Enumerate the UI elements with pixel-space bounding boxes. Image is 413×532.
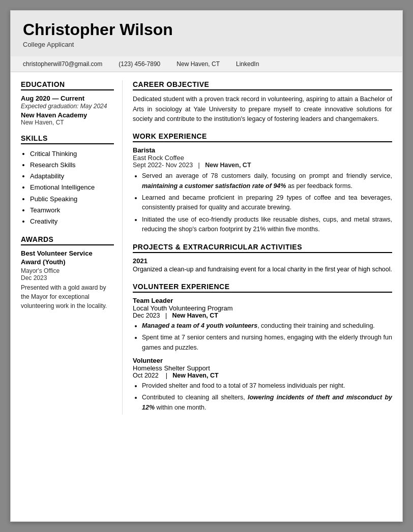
vol-date-2: Oct 2022 [133,372,159,379]
left-column: EDUCATION Aug 2020 — Current Expected gr… [11,80,123,415]
projects-year: 2021 [133,257,392,265]
vol-location-1: New Haven, CT [172,312,218,319]
volunteer-role-1: Team Leader [133,297,392,304]
contact-location: New Haven, CT [176,60,220,68]
award-title: Best Volunteer Service Award (Youth) [21,249,114,267]
education-date: Aug 2020 — Current [21,95,114,102]
awards-section-title: AWARDS [21,235,114,245]
full-name: Christopher Wilson [23,21,390,39]
bullet-text: Served an average of 78 customers daily,… [142,172,392,179]
award-description: Presented with a gold award by the Mayor… [21,283,114,310]
bullet-text: Spent time at 7 senior centers and nursi… [142,334,392,351]
job-location: New Haven, CT [205,162,251,169]
education-location: New Haven, CT [21,119,114,126]
list-item: Initiated the use of eco-friendly produc… [142,215,392,235]
career-objective-title: CAREER OBJECTIVE [133,80,392,90]
vol-location-2: New Haven, CT [172,372,218,379]
list-item: Provided shelter and food to a total of … [142,381,392,391]
volunteer-section-title: VOLUNTEER EXPERIENCE [133,283,392,293]
list-item: Public Speaking [30,194,114,205]
job-title: Barista [133,146,392,154]
volunteer-role-2: Volunteer [133,357,392,364]
bullet-text: , conducting their training and scheduli… [257,322,375,329]
list-item: Teamwork [30,205,114,216]
job-bullets-list: Served an average of 78 customers daily,… [133,171,392,234]
volunteer-bullets-2: Provided shelter and food to a total of … [133,381,392,413]
list-item: Critical Thinking [30,148,114,160]
job-date: Sept 2022- Nov 2023 [133,162,193,169]
contact-bar: christopherwill70@gmail.com (123) 456-78… [11,56,402,72]
education-school: New Haven Academy [21,111,114,119]
bullet-text: Learned and became proficient in prepari… [142,194,392,211]
skills-section-title: SKILLS [21,134,114,144]
list-item: Research Skills [30,160,114,171]
bullet-bold: maintaining a customer satisfaction rate… [142,182,286,190]
main-content: EDUCATION Aug 2020 — Current Expected gr… [11,72,402,423]
list-item: Contributed to cleaning all shelters, lo… [142,393,392,413]
career-objective-text: Dedicated student with a proven track re… [133,95,392,124]
volunteer-meta-2: Oct 2022 | New Haven, CT [133,372,392,379]
volunteer-org-2: Homeless Shelter Support [133,364,392,372]
list-item: Managed a team of 4 youth volunteers, co… [142,321,392,331]
bullet-bold: Managed a team of 4 youth volunteers [142,322,257,329]
award-date: Dec 2023 [21,274,114,281]
resume-header: Christopher Wilson College Applicant [11,11,402,56]
resume-document: Christopher Wilson College Applicant chr… [10,10,403,522]
bullet-text-after: within one month. [155,404,206,411]
education-expected: Expected graduation: May 2024 [21,103,114,110]
contact-phone: (123) 456-7890 [119,60,160,68]
projects-text: Organized a clean-up and fundraising eve… [133,265,392,274]
applicant-subtitle: College Applicant [23,41,390,48]
right-column: CAREER OBJECTIVE Dedicated student with … [123,80,402,415]
work-experience-title: WORK EXPERIENCE [133,132,392,142]
education-section-title: EDUCATION [21,80,114,90]
vol-date-1: Dec 2023 [133,312,160,319]
list-item: Emotional Intelligence [30,182,114,193]
bullet-text: Initiated the use of eco-friendly produc… [142,216,392,233]
list-item: Served an average of 78 customers daily,… [142,171,392,191]
volunteer-bullets-1: Managed a team of 4 youth volunteers, co… [133,321,392,353]
volunteer-meta-1: Dec 2023 | New Haven, CT [133,312,392,319]
list-item: Adaptability [30,171,114,182]
contact-linkedin: LinkedIn [236,60,259,68]
list-item: Learned and became proficient in prepari… [142,193,392,213]
volunteer-org-1: Local Youth Volunteering Program [133,304,392,312]
projects-section-title: PROJECTS & EXTRACURRICULAR ACTIVITIES [133,243,392,253]
contact-email: christopherwill70@gmail.com [23,60,102,68]
award-org: Mayor's Office [21,267,114,274]
bullet-text-after: as per feedback forms. [286,182,352,190]
bullet-text: Contributed to cleaning all shelters, [142,394,248,401]
bullet-text: Provided shelter and food to a total of … [142,382,345,389]
list-item: Spent time at 7 senior centers and nursi… [142,333,392,353]
job-company: East Rock Coffee [133,154,392,162]
list-item: Creativity [30,216,114,227]
job-meta: Sept 2022- Nov 2023 | New Haven, CT [133,162,392,169]
skills-list: Critical Thinking Research Skills Adapta… [21,148,114,227]
